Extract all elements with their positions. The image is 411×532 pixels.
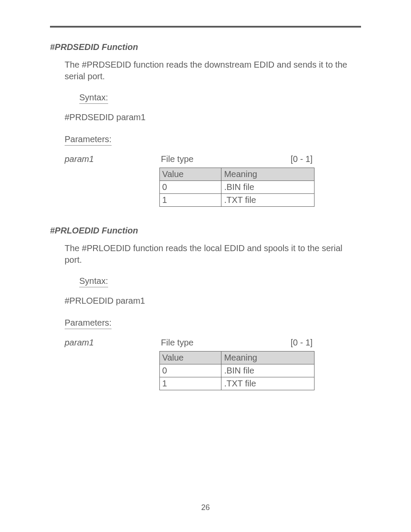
table-row: 1 .TXT file bbox=[159, 377, 314, 390]
table-header-row: Value Meaning bbox=[159, 168, 314, 181]
table-header-meaning: Meaning bbox=[221, 352, 314, 364]
table-cell: 1 bbox=[159, 377, 221, 390]
syntax-block: Syntax: #PRLOEDID param1 bbox=[65, 276, 361, 306]
param-right: File type [0 - 1] Value Meaning 0 .BIN f… bbox=[159, 154, 314, 207]
page-number: 26 bbox=[0, 503, 411, 512]
section-title: #PRDSEDID Function bbox=[50, 42, 361, 52]
parameters-block: Parameters: param1 File type [0 - 1] Val… bbox=[50, 134, 361, 207]
syntax-block: Syntax: #PRDSEDID param1 bbox=[65, 93, 361, 122]
table-header-value: Value bbox=[159, 168, 221, 181]
table-row: 0 .BIN file bbox=[159, 181, 314, 194]
param-range: [0 - 1] bbox=[290, 338, 312, 348]
param-right: File type [0 - 1] Value Meaning 0 .BIN f… bbox=[159, 338, 314, 390]
table-cell: 1 bbox=[159, 194, 221, 207]
param-desc: File type bbox=[161, 154, 194, 164]
value-table: Value Meaning 0 .BIN file 1 .TXT file bbox=[159, 351, 314, 390]
section-title: #PRLOEDID Function bbox=[50, 226, 361, 236]
table-row: 0 .BIN file bbox=[159, 364, 314, 377]
table-header-row: Value Meaning bbox=[159, 352, 314, 364]
table-cell: .BIN file bbox=[221, 364, 314, 377]
table-cell: .BIN file bbox=[221, 181, 314, 194]
param-name: param1 bbox=[65, 338, 157, 348]
table-cell: .TXT file bbox=[221, 194, 314, 207]
section-gap bbox=[50, 207, 361, 226]
parameters-label: Parameters: bbox=[65, 318, 112, 329]
param-name-text: param1 bbox=[65, 154, 94, 164]
syntax-code: #PRDSEDID param1 bbox=[65, 112, 361, 122]
param-name-text: param1 bbox=[65, 338, 94, 347]
section-body: The #PRDSEDID function reads the downstr… bbox=[65, 59, 361, 82]
section-body: The #PRLOEDID function reads the local E… bbox=[65, 243, 361, 266]
syntax-label: Syntax: bbox=[79, 276, 108, 287]
param-desc: File type bbox=[161, 338, 194, 348]
table-cell: 0 bbox=[159, 364, 221, 377]
table-row: 1 .TXT file bbox=[159, 194, 314, 207]
table-header-value: Value bbox=[159, 352, 221, 364]
syntax-code: #PRLOEDID param1 bbox=[65, 296, 361, 306]
section-prdsedid: #PRDSEDID Function The #PRDSEDID functio… bbox=[50, 42, 361, 207]
param-desc-line: File type [0 - 1] bbox=[159, 154, 314, 164]
header-rule bbox=[50, 26, 361, 28]
param-row: param1 File type [0 - 1] Value Meaning 0 bbox=[65, 154, 361, 207]
page-content: #PRDSEDID Function The #PRDSEDID functio… bbox=[0, 0, 411, 390]
param-range: [0 - 1] bbox=[290, 154, 312, 164]
param-name: param1 bbox=[65, 154, 157, 164]
parameters-label: Parameters: bbox=[65, 134, 112, 146]
syntax-label: Syntax: bbox=[79, 93, 108, 104]
table-cell: .TXT file bbox=[221, 377, 314, 390]
value-table: Value Meaning 0 .BIN file 1 .TXT file bbox=[159, 168, 314, 207]
section-prloedid: #PRLOEDID Function The #PRLOEDID functio… bbox=[50, 226, 361, 390]
param-desc-line: File type [0 - 1] bbox=[159, 338, 314, 348]
table-header-meaning: Meaning bbox=[221, 168, 314, 181]
param-row: param1 File type [0 - 1] Value Meaning 0 bbox=[65, 338, 361, 390]
parameters-block: Parameters: param1 File type [0 - 1] Val… bbox=[50, 318, 361, 390]
table-cell: 0 bbox=[159, 181, 221, 194]
